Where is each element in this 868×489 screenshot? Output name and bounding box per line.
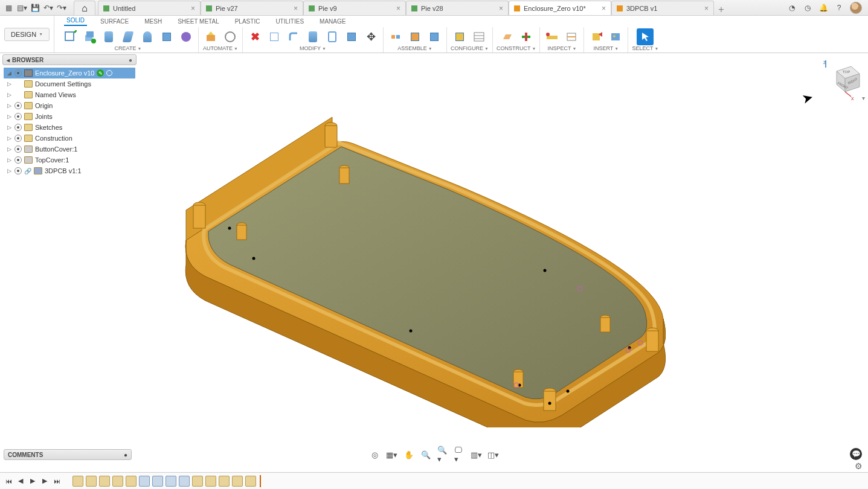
save-icon[interactable]: 💾	[30, 3, 40, 13]
measure-icon[interactable]	[544, 28, 561, 45]
press-pull-icon[interactable]	[266, 28, 283, 45]
job-status-icon[interactable]: ◷	[803, 3, 812, 13]
browser-collapse-icon[interactable]: ◂	[7, 57, 10, 63]
timeline-feature[interactable]	[166, 476, 176, 487]
timeline-feature[interactable]	[192, 476, 203, 487]
tree-twisty-icon[interactable]: ◢	[6, 70, 12, 76]
redo-icon[interactable]: ↷▾	[57, 3, 66, 13]
comments-pin-icon[interactable]: ●	[124, 452, 127, 458]
automate2-icon[interactable]	[222, 28, 239, 45]
split-icon[interactable]	[343, 28, 360, 45]
extensions-icon[interactable]: ◔	[787, 3, 797, 13]
browser-header[interactable]: ◂ BROWSER ●	[2, 54, 137, 65]
rigid-group-icon[interactable]	[426, 28, 443, 45]
tree-item[interactable]: ▷🔗3DPCB v1:1	[4, 165, 135, 176]
notifications-icon[interactable]: 🔔	[818, 3, 828, 13]
tree-root[interactable]: ◢ Enclosure_Zero v10 ✎	[4, 68, 135, 78]
comments-panel-header[interactable]: COMMENTS ●	[4, 449, 132, 460]
tree-twisty-icon[interactable]: ▷	[6, 157, 12, 163]
tree-twisty-icon[interactable]: ▷	[6, 168, 12, 174]
help-icon[interactable]: ?	[834, 3, 844, 13]
timeline-play-icon[interactable]: ▶	[28, 476, 37, 486]
doc-tab-4[interactable]: Enclosure_Zero v10*×	[509, 1, 611, 15]
timeline-feature[interactable]	[99, 476, 110, 487]
user-avatar[interactable]	[850, 2, 862, 14]
visibility-icon[interactable]	[14, 135, 22, 142]
close-icon[interactable]: ×	[499, 4, 503, 13]
viewcube-top[interactable]: TOP	[843, 70, 850, 74]
doc-tab-1[interactable]: Pie v27×	[201, 1, 303, 15]
tree-twisty-icon[interactable]: ▷	[6, 103, 12, 109]
home-tab[interactable]: ⌂	[74, 1, 95, 15]
ribbon-tab-surface[interactable]: SURFACE	[98, 17, 131, 26]
insert-decal-icon[interactable]	[607, 28, 624, 45]
ribbon-tab-manage[interactable]: MANAGE	[317, 17, 348, 26]
timeline-feature[interactable]	[112, 476, 123, 487]
tree-item[interactable]: ▷Construction	[4, 133, 135, 144]
timeline-feature[interactable]	[72, 476, 83, 487]
tree-item[interactable]: ▷ButtonCover:1	[4, 144, 135, 155]
look-icon[interactable]: ▦▾	[387, 449, 397, 460]
tree-twisty-icon[interactable]: ▷	[6, 135, 12, 141]
as-built-joint-icon[interactable]	[407, 28, 423, 45]
tree-item[interactable]: ▷Document Settings	[4, 78, 135, 89]
tree-item[interactable]: ▷Named Views	[4, 89, 135, 100]
sketch-icon[interactable]	[62, 28, 79, 45]
close-icon[interactable]: ×	[191, 4, 195, 13]
timeline-feature[interactable]	[232, 476, 243, 487]
timeline-marker[interactable]	[260, 475, 261, 487]
construct-axis-icon[interactable]	[518, 28, 535, 45]
tree-twisty-icon[interactable]: ▷	[6, 81, 12, 87]
section-icon[interactable]	[563, 28, 580, 45]
insert-derive-icon[interactable]	[588, 28, 605, 45]
close-icon[interactable]: ×	[294, 4, 298, 13]
timeline-feature[interactable]	[219, 476, 230, 487]
timeline-next-icon[interactable]: ▶	[40, 476, 50, 486]
chamfer-icon[interactable]	[304, 28, 321, 45]
move-icon[interactable]: ✥	[362, 28, 379, 45]
ribbon-tab-mesh[interactable]: MESH	[142, 17, 164, 26]
visibility-icon[interactable]	[14, 156, 22, 164]
doc-tab-0[interactable]: Untitled×	[98, 1, 201, 15]
visibility-icon[interactable]	[14, 69, 22, 77]
workspace-switcher[interactable]: DESIGN▼	[0, 16, 54, 53]
timeline-last-icon[interactable]: ⏭	[52, 476, 62, 486]
sweep-icon[interactable]	[120, 28, 137, 45]
feedback-icon[interactable]: 💬	[850, 448, 862, 460]
visibility-icon[interactable]	[14, 124, 22, 131]
tree-twisty-icon[interactable]: ▷	[6, 113, 12, 120]
timeline-feature[interactable]	[126, 476, 137, 487]
tree-twisty-icon[interactable]: ▷	[6, 124, 12, 130]
doc-tab-2[interactable]: Pie v9×	[303, 1, 406, 15]
joint-icon[interactable]	[387, 28, 404, 45]
display-settings-icon[interactable]: 🖵▾	[454, 449, 465, 460]
timeline-feature[interactable]	[86, 476, 97, 487]
revolve-icon[interactable]	[100, 28, 117, 45]
configure-icon[interactable]	[451, 28, 468, 45]
tree-twisty-icon[interactable]: ▷	[6, 92, 12, 98]
visibility-icon[interactable]	[14, 167, 22, 174]
undo-icon[interactable]: ↶▾	[43, 3, 53, 13]
browser-pin-icon[interactable]: ●	[129, 57, 132, 63]
new-tab-button[interactable]: +	[714, 4, 728, 15]
sphere-icon[interactable]	[178, 28, 194, 45]
pan-icon[interactable]: ✋	[403, 449, 414, 460]
tree-item[interactable]: ▷Sketches	[4, 122, 135, 133]
automate-icon[interactable]	[202, 28, 219, 45]
ribbon-tab-solid[interactable]: SOLID	[64, 16, 87, 26]
orbit-icon[interactable]: ◎	[370, 449, 381, 460]
tree-item[interactable]: ▷Origin	[4, 100, 135, 111]
zoom-icon[interactable]: 🔍	[420, 449, 431, 460]
tree-twisty-icon[interactable]: ▷	[6, 146, 12, 152]
close-icon[interactable]: ×	[396, 4, 400, 13]
model-view[interactable]	[175, 89, 670, 427]
timeline-first-icon[interactable]: ⏮	[4, 476, 13, 486]
file-menu-icon[interactable]: ▤▾	[17, 3, 27, 13]
activate-radio-icon[interactable]	[106, 70, 112, 76]
view-cube[interactable]: z TOP FRONT RIGHT x ▾	[822, 58, 860, 95]
timeline-feature[interactable]	[152, 476, 163, 487]
timeline-feature[interactable]	[179, 476, 190, 487]
construct-plane-icon[interactable]	[498, 28, 515, 45]
visibility-icon[interactable]	[14, 145, 22, 153]
delete-icon[interactable]: ✖	[246, 28, 263, 45]
